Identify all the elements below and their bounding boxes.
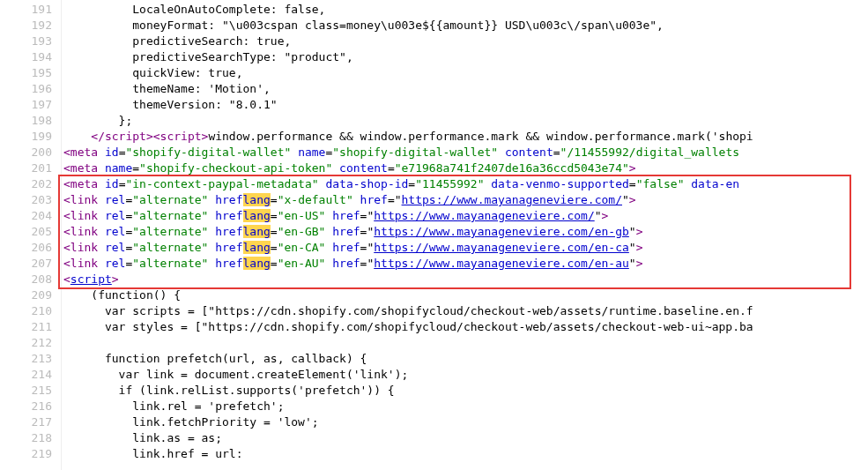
line-number: 210 — [32, 303, 52, 319]
line-number: 194 — [32, 49, 52, 65]
line-number: 193 — [32, 34, 52, 49]
code-line[interactable]: moneyFormat: "\u003cspan class=money\u00… — [63, 18, 664, 34]
line-number: 198 — [32, 113, 52, 129]
hyperlink[interactable]: script — [70, 272, 112, 286]
code-line[interactable]: <link rel="alternate" hreflang="en-CA" h… — [63, 240, 643, 256]
line-number: 216 — [32, 399, 52, 414]
code-viewer[interactable]: 1911921931941951961971981992002012022032… — [0, 0, 868, 470]
code-line[interactable]: <meta id="shopify-digital-wallet" name="… — [63, 145, 739, 160]
line-number: 212 — [32, 335, 52, 351]
line-number: 202 — [32, 176, 52, 192]
code-line[interactable]: function prefetch(url, as, callback) { — [63, 351, 367, 367]
line-number: 215 — [32, 383, 52, 399]
code-line[interactable]: link.fetchPriority = 'low'; — [63, 414, 319, 430]
code-line[interactable]: <meta name="shopify-checkout-api-token" … — [63, 160, 636, 176]
code-line[interactable]: <link rel="alternate" hreflang="x-defaul… — [63, 192, 636, 208]
line-number: 191 — [32, 2, 52, 18]
line-number: 203 — [32, 192, 52, 208]
line-number: 219 — [32, 446, 52, 462]
code-line[interactable]: <link rel="alternate" hreflang="en-US" h… — [63, 208, 608, 224]
code-line[interactable]: }; — [63, 113, 132, 129]
line-number: 214 — [32, 367, 52, 383]
line-number: 218 — [32, 430, 52, 446]
line-number: 195 — [32, 65, 52, 81]
line-number: 213 — [32, 351, 52, 367]
code-line[interactable]: <link rel="alternate" hreflang="en-GB" h… — [63, 224, 643, 240]
hyperlink[interactable]: https://www.mayanageneviere.com/ — [374, 209, 594, 222]
code-line[interactable]: predictiveSearch: true, — [63, 34, 291, 49]
code-line[interactable]: var scripts = ["https://cdn.shopify.com/… — [63, 303, 753, 319]
line-number: 192 — [32, 18, 52, 34]
code-line[interactable]: var styles = ["https://cdn.shopify.com/s… — [63, 319, 753, 335]
code-line[interactable]: LocaleOnAutoComplete: false, — [63, 2, 325, 18]
line-number: 217 — [32, 414, 52, 430]
hyperlink[interactable]: https://www.mayanageneviere.com/ — [402, 193, 622, 206]
hyperlink[interactable]: https://www.mayanageneviere.com/en-gb — [374, 225, 629, 238]
code-line[interactable]: <meta id="in-context-paypal-metadata" da… — [63, 176, 739, 192]
line-number: 200 — [32, 145, 52, 160]
line-number: 211 — [32, 319, 52, 335]
code-line[interactable]: <link rel="alternate" hreflang="en-AU" h… — [63, 256, 643, 272]
line-number: 207 — [32, 256, 52, 272]
hyperlink[interactable]: https://www.mayanageneviere.com/en-ca — [374, 241, 629, 254]
code-line[interactable]: if (link.relList.supports('prefetch')) { — [63, 383, 395, 399]
line-number: 206 — [32, 240, 52, 256]
code-line[interactable]: link.href = url: — [63, 446, 243, 462]
line-number: 196 — [32, 81, 52, 97]
code-line[interactable]: var link = document.createElement('link'… — [63, 367, 408, 383]
line-number: 209 — [32, 287, 52, 303]
line-number: 204 — [32, 208, 52, 224]
code-line[interactable]: themeVersion: "8.0.1" — [63, 97, 278, 113]
code-line[interactable]: predictiveSearchType: "product", — [63, 49, 353, 65]
code-line[interactable]: link.as = as; — [63, 430, 222, 446]
hyperlink[interactable]: https://www.mayanageneviere.com/en-au — [374, 257, 629, 270]
code-line[interactable]: </script><script>window.performance && w… — [63, 129, 753, 145]
line-number: 197 — [32, 97, 52, 113]
line-number: 208 — [32, 272, 52, 287]
code-line[interactable]: (function() { — [63, 287, 181, 303]
line-number: 205 — [32, 224, 52, 240]
line-number: 199 — [32, 129, 52, 145]
code-line[interactable]: themeName: 'Motion', — [63, 81, 271, 97]
code-line[interactable]: link.rel = 'prefetch'; — [63, 399, 284, 414]
line-number: 201 — [32, 160, 52, 176]
line-number-gutter: 1911921931941951961971981992002012022032… — [0, 0, 62, 470]
code-line[interactable]: <script> — [63, 272, 119, 287]
code-line[interactable]: quickView: true, — [63, 65, 243, 81]
